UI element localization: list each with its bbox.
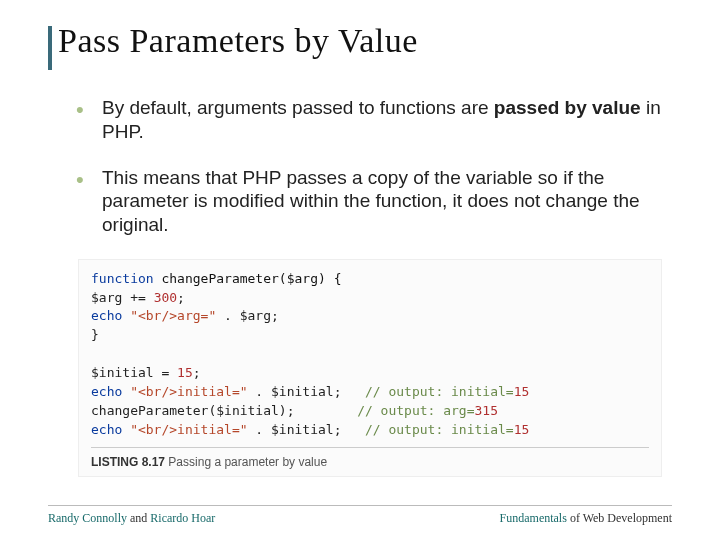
code-output-value: 15 [514, 422, 530, 437]
footer-left: Randy Connolly and Ricardo Hoar [48, 511, 215, 526]
code-output-value: 315 [475, 403, 498, 418]
code-text [122, 422, 130, 437]
keyword-echo: echo [91, 384, 122, 399]
author-2: Ricardo Hoar [150, 511, 215, 525]
listing-text: Passing a parameter by value [165, 455, 327, 469]
keyword-function: function [91, 271, 154, 286]
code-line-6: $initial = 15; [91, 364, 649, 383]
code-comment: // output: arg= [357, 403, 474, 418]
bullet-1-bold: passed by value [494, 97, 641, 118]
code-text [122, 308, 130, 323]
author-1: Randy Connolly [48, 511, 127, 525]
code-blank [91, 345, 649, 364]
code-line-3: echo "<br/>arg=" . $arg; [91, 307, 649, 326]
code-line-2: $arg += 300; [91, 289, 649, 308]
code-text: changeParameter($arg) { [154, 271, 342, 286]
listing-caption: LISTING 8.17 Passing a parameter by valu… [91, 447, 649, 471]
code-output-value: 15 [514, 384, 530, 399]
keyword-echo: echo [91, 422, 122, 437]
code-text: . $initial; [248, 422, 342, 437]
bullet-1: By default, arguments passed to function… [76, 96, 662, 144]
code-text: . $arg; [216, 308, 279, 323]
code-listing: function changeParameter($arg) { $arg +=… [78, 259, 662, 477]
keyword-echo: echo [91, 308, 122, 323]
code-string: "<br/>arg=" [130, 308, 216, 323]
code-line-7: echo "<br/>initial=" . $initial; // outp… [91, 383, 649, 402]
code-string: "<br/>initial=" [130, 384, 247, 399]
bullet-1-text-a: By default, arguments passed to function… [102, 97, 494, 118]
code-comment: // output: initial= [365, 384, 514, 399]
code-comment: // output: initial= [365, 422, 514, 437]
code-text: . $initial; [248, 384, 342, 399]
slide: Pass Parameters by Value By default, arg… [0, 0, 720, 477]
code-text: $initial = [91, 365, 177, 380]
code-number: 300 [154, 290, 177, 305]
code-line-9: echo "<br/>initial=" . $initial; // outp… [91, 421, 649, 440]
footer: Randy Connolly and Ricardo Hoar Fundamen… [48, 511, 672, 526]
code-text: changeParameter($initial); [91, 403, 295, 418]
code-text [122, 384, 130, 399]
bullet-list: By default, arguments passed to function… [76, 96, 662, 237]
code-text: ; [193, 365, 201, 380]
footer-right: Fundamentals of Web Development [500, 511, 672, 526]
code-line-1: function changeParameter($arg) { [91, 270, 649, 289]
code-number: 15 [177, 365, 193, 380]
code-string: "<br/>initial=" [130, 422, 247, 437]
book-title-2: of Web Development [567, 511, 672, 525]
slide-title: Pass Parameters by Value [58, 22, 672, 60]
accent-bar [48, 26, 52, 70]
listing-number: LISTING 8.17 [91, 455, 165, 469]
footer-and: and [127, 511, 150, 525]
code-line-8: changeParameter($initial); // output: ar… [91, 402, 649, 421]
book-title-1: Fundamentals [500, 511, 567, 525]
code-text: ; [177, 290, 185, 305]
footer-rule [48, 505, 672, 506]
bullet-2: This means that PHP passes a copy of the… [76, 166, 662, 237]
code-text: $arg += [91, 290, 154, 305]
code-line-4: } [91, 326, 649, 345]
slide-body: By default, arguments passed to function… [48, 60, 672, 477]
